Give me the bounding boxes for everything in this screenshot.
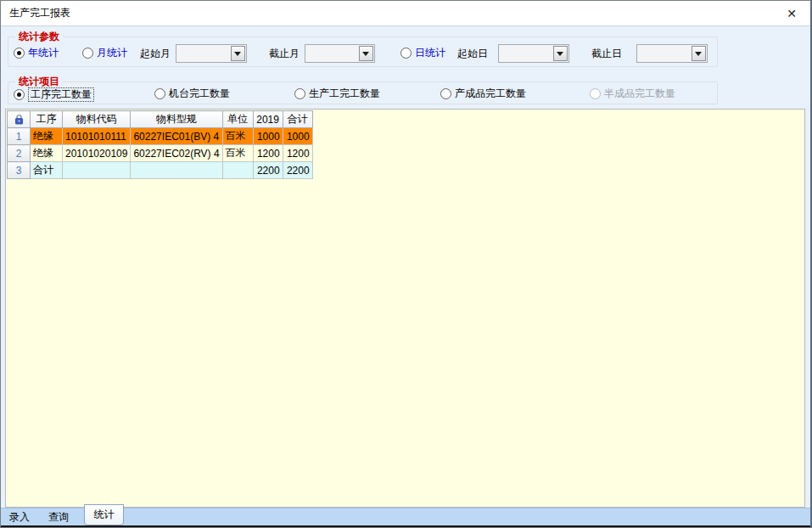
radio-icon [590,88,601,99]
radio-icon [14,89,25,100]
radio-label: 产成品完工数量 [455,87,526,100]
cell-unit[interactable] [222,162,253,179]
window-title: 生产完工报表 [9,1,70,25]
cell-unit[interactable]: 百米 [222,128,253,145]
start-day-label: 起始日 [457,48,488,60]
bottom-tab-strip: 录入 查询 统计 [1,508,810,525]
tab-statistics[interactable]: 统计 [84,504,124,525]
column-header-unit[interactable]: 单位 [222,111,253,128]
cell-total-qty[interactable]: 1000 [283,128,312,145]
radio-icon [14,48,25,59]
radio-icon [154,88,165,99]
radio-label: 半成品完工数量 [604,87,675,100]
tab-entry[interactable]: 录入 [4,508,35,525]
dropdown-arrow-icon[interactable] [553,46,568,61]
radio-icon [294,88,305,99]
group-title: 统计项目 [15,75,63,88]
end-day-select[interactable] [636,44,708,63]
cell-process[interactable]: 合计 [31,162,63,179]
cell-total-qty[interactable]: 2200 [283,162,312,179]
column-header-total[interactable]: 合计 [283,111,312,128]
table-row[interactable]: 2 绝缘 20101020109 60227IEC02(RV) 4 百米 120… [8,145,313,162]
row-number-cell[interactable]: 2 [8,145,31,162]
dropdown-arrow-icon[interactable] [359,46,373,61]
radio-icon [400,48,412,59]
radio-label: 工序完工数量 [28,87,94,102]
radio-label: 月统计 [97,47,127,59]
cell-material-code[interactable]: 10101010111 [63,128,131,145]
end-day-label: 截止日 [591,48,622,60]
cell-material-spec[interactable]: 60227IEC01(BV) 4 [131,128,222,145]
cell-year-qty[interactable]: 1000 [253,128,283,145]
table-row[interactable]: 1 绝缘 10101010111 60227IEC01(BV) 4 百米 100… [8,128,313,145]
cell-total-qty[interactable]: 1200 [283,145,312,162]
statistics-params-group: 统计参数 年统计 月统计 起始月 截止月 日统计 起始日 截止日 [8,37,718,67]
cell-year-qty[interactable]: 1200 [253,145,283,162]
statistics-items-group: 统计项目 工序完工数量 机台完工数量 生产工完工数量 产成品完工数量 半成品完工… [8,81,718,104]
radio-semifinished-product-qty: 半成品完工数量 [590,87,675,100]
report-window: 生产完工报表 ✕ 统计参数 年统计 月统计 起始月 截止月 日统计 起始日 [0,0,812,528]
close-icon[interactable]: ✕ [781,3,802,24]
radio-label: 年统计 [28,47,59,59]
start-day-select[interactable] [498,44,569,63]
row-number-cell[interactable]: 1 [8,128,31,145]
column-header-process[interactable]: 工序 [31,111,63,128]
column-header-year[interactable]: 2019 [253,111,283,128]
cell-unit[interactable]: 百米 [222,145,253,162]
group-title: 统计参数 [15,30,63,43]
end-month-select[interactable] [305,44,375,63]
column-header-material-spec[interactable]: 物料型规 [131,111,222,128]
radio-label: 机台完工数量 [169,87,230,100]
radio-icon [82,48,93,59]
radio-month-statistics[interactable]: 月统计 [82,47,127,59]
dropdown-arrow-icon[interactable] [692,46,706,61]
dropdown-arrow-icon[interactable] [231,46,245,61]
cell-material-spec[interactable]: 60227IEC02(RV) 4 [131,145,222,162]
tab-query[interactable]: 查询 [43,508,74,525]
cell-process[interactable]: 绝缘 [31,145,63,162]
start-month-select[interactable] [176,44,247,63]
radio-worker-completed-qty[interactable]: 生产工完工数量 [294,87,380,100]
end-month-label: 截止月 [269,48,300,60]
result-grid: 工序 物料代码 物料型规 单位 2019 合计 1 绝缘 10101010111… [7,110,313,179]
cell-material-code[interactable]: 20101020109 [63,145,131,162]
radio-year-statistics[interactable]: 年统计 [14,47,59,59]
lock-icon [14,114,24,125]
cell-material-spec[interactable] [131,162,222,179]
radio-icon [440,88,451,99]
radio-day-statistics[interactable]: 日统计 [400,47,445,59]
row-number-cell[interactable]: 3 [8,162,31,179]
cell-material-code[interactable] [63,162,131,179]
table-row-total[interactable]: 3 合计 2200 2200 [8,162,313,179]
radio-label: 生产工完工数量 [309,87,380,100]
report-canvas: 工序 物料代码 物料型规 单位 2019 合计 1 绝缘 10101010111… [5,109,805,508]
cell-process[interactable]: 绝缘 [31,128,63,145]
column-header-material-code[interactable]: 物料代码 [63,111,131,128]
title-bar: 生产完工报表 ✕ [1,1,810,26]
grid-header-row: 工序 物料代码 物料型规 单位 2019 合计 [8,111,313,128]
radio-finished-product-qty[interactable]: 产成品完工数量 [440,87,526,100]
radio-process-completed-qty[interactable]: 工序完工数量 [14,87,94,102]
lock-header-cell [8,111,31,128]
cell-year-qty[interactable]: 2200 [253,162,283,179]
start-month-label: 起始月 [140,48,171,60]
radio-machine-completed-qty[interactable]: 机台完工数量 [154,87,230,100]
radio-label: 日统计 [415,47,445,59]
